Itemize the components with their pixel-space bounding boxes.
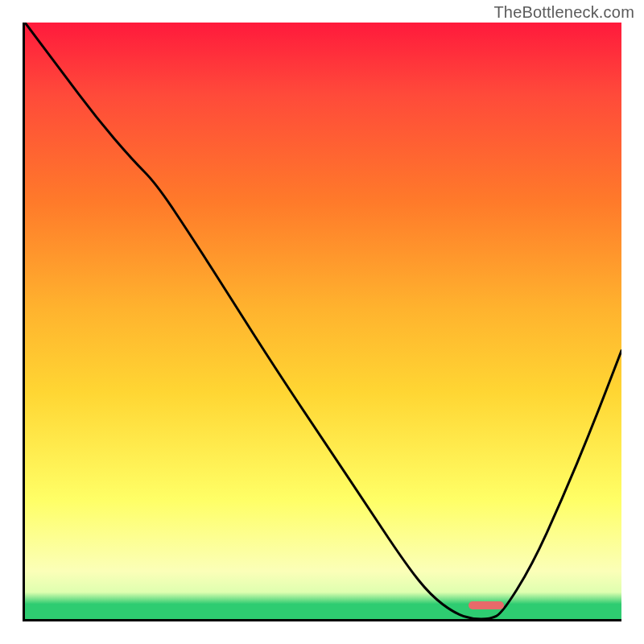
bottleneck-curve bbox=[25, 23, 621, 619]
watermark-text: TheBottleneck.com bbox=[493, 3, 634, 22]
optimal-marker bbox=[469, 601, 505, 609]
plot-area bbox=[23, 23, 621, 621]
curve-path bbox=[25, 23, 621, 619]
